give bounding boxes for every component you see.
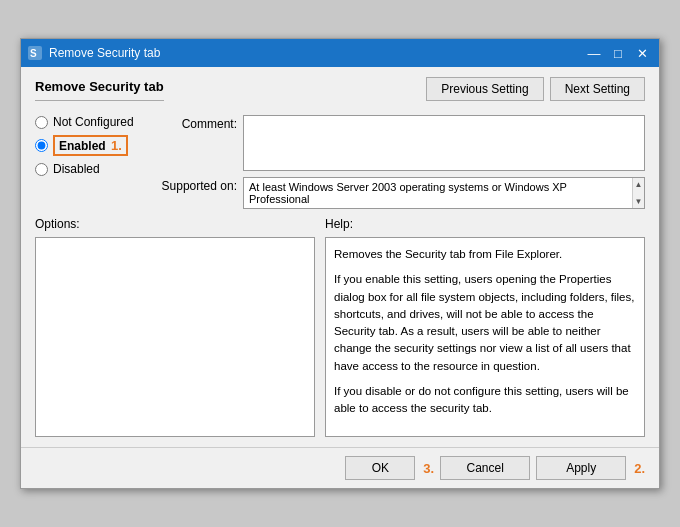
help-para-2: If you enable this setting, users openin… bbox=[334, 271, 636, 375]
maximize-button[interactable]: □ bbox=[607, 43, 629, 63]
help-para-3: If you disable or do not configure this … bbox=[334, 383, 636, 418]
disabled-radio[interactable] bbox=[35, 163, 48, 176]
comment-row: Comment: bbox=[157, 115, 645, 171]
dialog-window: S Remove Security tab — □ ✕ Remove Secur… bbox=[20, 38, 660, 489]
not-configured-label: Not Configured bbox=[53, 115, 134, 129]
dialog-title: Remove Security tab bbox=[35, 79, 164, 101]
badge-1: 1. bbox=[111, 138, 122, 153]
not-configured-radio[interactable] bbox=[35, 116, 48, 129]
scroll-up-arrow[interactable]: ▲ bbox=[633, 178, 645, 191]
comment-textarea[interactable] bbox=[243, 115, 645, 171]
title-bar-text: Remove Security tab bbox=[49, 46, 160, 60]
disabled-label: Disabled bbox=[53, 162, 100, 176]
radio-group: Not Configured Enabled 1. Disabled bbox=[35, 115, 145, 176]
minimize-button[interactable]: — bbox=[583, 43, 605, 63]
previous-setting-button[interactable]: Previous Setting bbox=[426, 77, 543, 101]
content-area: Remove Security tab Previous Setting Nex… bbox=[21, 67, 659, 447]
scroll-down-arrow[interactable]: ▼ bbox=[633, 195, 645, 208]
help-box: Removes the Security tab from File Explo… bbox=[325, 237, 645, 437]
supported-on-box: At least Windows Server 2003 operating s… bbox=[243, 177, 645, 209]
next-setting-button[interactable]: Next Setting bbox=[550, 77, 645, 101]
badge-3: 3. bbox=[423, 461, 434, 476]
title-bar-controls: — □ ✕ bbox=[583, 43, 653, 63]
options-label: Options: bbox=[35, 217, 315, 231]
supported-on-label: Supported on: bbox=[157, 177, 237, 193]
svg-text:S: S bbox=[30, 48, 37, 59]
close-button[interactable]: ✕ bbox=[631, 43, 653, 63]
options-help-section: Options: Help: Removes the Security tab … bbox=[35, 217, 645, 437]
help-para-1: Removes the Security tab from File Explo… bbox=[334, 246, 636, 263]
enabled-option[interactable]: Enabled 1. bbox=[35, 135, 145, 156]
badge-2: 2. bbox=[634, 461, 645, 476]
disabled-option[interactable]: Disabled bbox=[35, 162, 145, 176]
supported-on-row: Supported on: At least Windows Server 20… bbox=[157, 177, 645, 209]
cancel-button[interactable]: Cancel bbox=[440, 456, 530, 480]
not-configured-option[interactable]: Not Configured bbox=[35, 115, 145, 129]
supported-on-scrollbar[interactable]: ▲ ▼ bbox=[632, 178, 644, 208]
supported-on-value: At least Windows Server 2003 operating s… bbox=[249, 181, 639, 205]
help-label: Help: bbox=[325, 217, 645, 231]
window-icon: S bbox=[27, 45, 43, 61]
apply-button[interactable]: Apply bbox=[536, 456, 626, 480]
middle-section: Not Configured Enabled 1. Disabled Comme… bbox=[35, 115, 645, 209]
title-bar: S Remove Security tab — □ ✕ bbox=[21, 39, 659, 67]
options-box bbox=[35, 237, 315, 437]
title-bar-left: S Remove Security tab bbox=[27, 45, 160, 61]
help-panel: Help: Removes the Security tab from File… bbox=[325, 217, 645, 437]
ok-button[interactable]: OK bbox=[345, 456, 415, 480]
enabled-radio[interactable] bbox=[35, 139, 48, 152]
options-panel: Options: bbox=[35, 217, 315, 437]
comment-label: Comment: bbox=[157, 115, 237, 131]
enabled-label: Enabled 1. bbox=[53, 135, 128, 156]
right-fields: Comment: Supported on: At least Windows … bbox=[157, 115, 645, 209]
bottom-bar: OK 3. Cancel Apply 2. bbox=[21, 447, 659, 488]
top-buttons-group: Previous Setting Next Setting bbox=[426, 77, 645, 101]
